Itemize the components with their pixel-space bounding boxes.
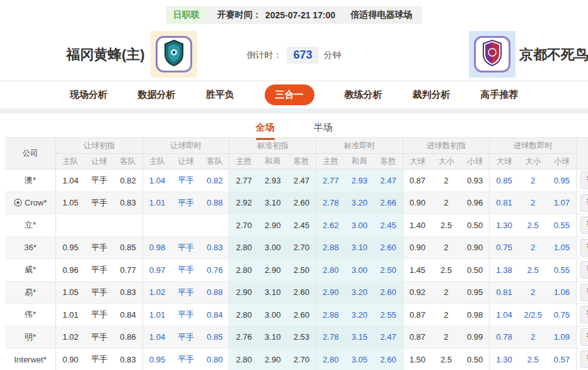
company-cell[interactable]: 36* [5, 236, 56, 259]
match-info-bar: 日职联 开赛时间： 2025-07-21 17:00 倍适得电器球场 [0, 6, 588, 24]
odds-cell: 2.78 [316, 326, 345, 349]
detail-button[interactable]: 详 [580, 171, 588, 189]
odds-cell: 1.09 [548, 326, 577, 349]
column-subheader: 大小 [432, 154, 461, 170]
odds-cell: 2.60 [374, 349, 403, 370]
detail-button[interactable]: 详 [580, 284, 588, 301]
odds-cell: 3.10 [258, 192, 287, 214]
odds-cell: 0.78 [490, 326, 519, 349]
odds-row: Crow*1.05平手0.831.01平手0.882.923.102.602.7… [5, 192, 588, 214]
odds-cell [56, 214, 85, 237]
company-cell[interactable]: Interwet* [5, 349, 56, 370]
detail-button[interactable]: 详 [580, 239, 588, 257]
column-group-header: 进球数即时 [490, 138, 577, 154]
odds-cell: 1.04 [490, 304, 519, 327]
odds-cell: 1.01 [142, 192, 171, 214]
detail-button[interactable]: 详 [580, 328, 588, 346]
detail-button[interactable]: 详 [580, 306, 588, 323]
odds-cell: 0.88 [200, 281, 229, 304]
odds-cell: 2.80 [229, 236, 258, 259]
odds-cell: 2 [432, 281, 461, 304]
column-subheader: 和局 [258, 154, 287, 170]
odds-cell [142, 214, 171, 237]
odds-card: 全场半场 公司让球初指让球即时标准初指标准即时进球数初指进球数即时主队让球客队主… [0, 113, 588, 370]
odds-cell: 1.02 [142, 281, 171, 304]
period-subtabs: 全场半场 [0, 113, 588, 137]
odds-cell: 3.00 [345, 259, 374, 282]
column-subheader: 主胜 [316, 154, 345, 170]
odds-cell: 2.90 [229, 281, 258, 304]
odds-cell: 0.75 [490, 236, 519, 259]
odds-cell: 0.93 [461, 170, 490, 192]
nav-tab[interactable]: 胜平负 [206, 89, 234, 101]
odds-cell: 0.76 [200, 259, 229, 282]
detail-button[interactable]: 详 [580, 350, 588, 368]
odds-cell: 0.90 [403, 192, 432, 214]
nav-tab[interactable]: 裁判分析 [413, 89, 451, 101]
odds-cell: 0.95 [548, 170, 577, 192]
company-cell[interactable]: 威* [5, 259, 56, 282]
odds-cell: 0.96 [461, 192, 490, 214]
column-header-detail [576, 138, 588, 170]
nav-tab[interactable]: 三合一 [265, 84, 314, 105]
odds-cell: 0.75 [548, 304, 577, 327]
company-cell[interactable]: 伟* [5, 304, 56, 327]
company-cell[interactable]: 澳* [5, 170, 56, 192]
odds-cell: 2 [519, 281, 548, 304]
detail-button[interactable]: 详 [580, 261, 588, 279]
odds-cell: 2.60 [287, 281, 316, 304]
column-subheader: 主队 [142, 154, 171, 170]
company-cell[interactable]: 明* [5, 326, 56, 349]
odds-cell [171, 214, 200, 237]
odds-cell: 平手 [85, 304, 114, 327]
odds-table-body: 澳*1.04平手0.821.04平手0.822.772.932.472.772.… [5, 170, 588, 370]
away-team-name: 京都不死鸟 [519, 45, 588, 64]
nav-tab[interactable]: 教练分析 [345, 89, 383, 101]
nav-tab[interactable]: 数据分析 [138, 89, 176, 101]
nav-tab[interactable]: 现场分析 [70, 89, 108, 101]
odds-cell: 2 [519, 326, 548, 349]
odds-cell: 3.00 [258, 304, 287, 327]
odds-cell: 平手 [171, 170, 200, 192]
column-subheader: 客胜 [287, 154, 316, 170]
odds-cell: 0.50 [461, 349, 490, 370]
league-badge[interactable]: 日职联 [166, 6, 207, 24]
odds-cell: 0.85 [113, 236, 142, 259]
section-band [0, 108, 588, 113]
odds-cell: 0.95 [56, 236, 85, 259]
period-subtab[interactable]: 全场 [256, 122, 275, 137]
odds-cell: 2.66 [374, 192, 403, 214]
column-subheader: 主队 [56, 154, 85, 170]
odds-row: 明*1.02平手0.861.04平手0.852.763.102.532.783.… [5, 326, 588, 349]
odds-cell: 2.47 [287, 170, 316, 192]
company-cell[interactable]: 易* [5, 281, 56, 304]
nav-tab[interactable]: 高手推荐 [481, 89, 519, 101]
odds-cell: 3.05 [345, 349, 374, 370]
odds-cell: 2.92 [229, 192, 258, 214]
odds-row: 伟*1.01平手0.841.01平手0.842.803.002.602.883.… [5, 304, 588, 327]
nav-tabs: 现场分析数据分析胜平负三合一教练分析裁判分析高手推荐 [0, 81, 588, 108]
countdown-label: 倒计时： [246, 50, 282, 61]
company-cell[interactable]: Crow* [5, 192, 56, 214]
odds-table-head: 公司让球初指让球即时标准初指标准即时进球数初指进球数即时主队让球客队主队让球客队… [5, 138, 588, 170]
odds-cell: 1.38 [490, 259, 519, 282]
odds-cell: 2.45 [287, 214, 316, 237]
period-subtab[interactable]: 半场 [314, 122, 333, 137]
odds-cell: 1.50 [403, 349, 432, 370]
odds-cell: 0.85 [490, 170, 519, 192]
odds-cell: 2.50 [374, 259, 403, 282]
odds-cell: 2 [519, 236, 548, 259]
company-cell[interactable]: 立* [5, 214, 56, 237]
odds-cell: 2.60 [287, 192, 316, 214]
odds-cell: 3.00 [258, 236, 287, 259]
odds-cell: 0.88 [200, 192, 229, 214]
odds-cell: 2.55 [374, 304, 403, 327]
odds-cell: 2.45 [374, 214, 403, 237]
detail-button[interactable]: 详 [580, 216, 588, 234]
odds-cell: 0.84 [200, 304, 229, 327]
odds-cell: 2.80 [229, 259, 258, 282]
odds-cell: 1.40 [403, 214, 432, 237]
detail-button[interactable]: 详 [580, 194, 588, 212]
odds-cell: 2.62 [316, 214, 345, 237]
odds-cell: 0.97 [142, 259, 171, 282]
